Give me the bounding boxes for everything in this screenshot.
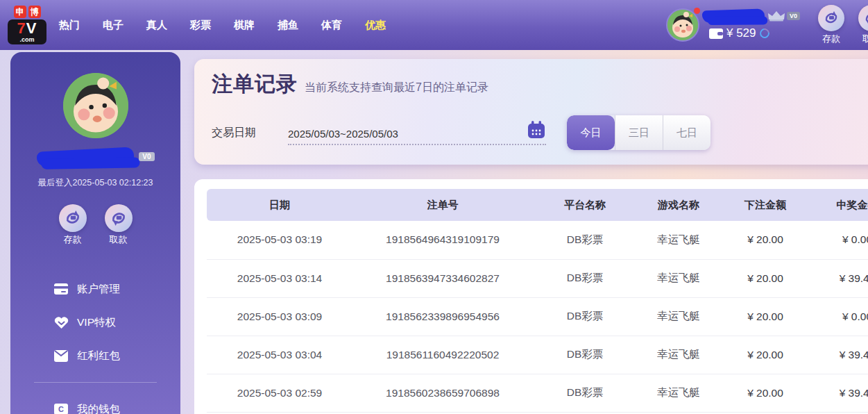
page-subtitle: 当前系统支持查询最近7日的注单记录 [305,81,488,95]
tab-today[interactable]: 今日 [567,115,615,150]
cell-bet-id: 1918562339896954956 [352,297,533,336]
cell-platform: DB彩票 [533,336,637,374]
cell-game: 幸运飞艇 [637,336,720,374]
bank-card-icon [53,281,69,297]
avatar-cartoon [667,10,698,40]
nav-item-3[interactable]: 真人 [146,19,167,32]
nav-item-4[interactable]: 彩票 [190,19,211,32]
deposit-button[interactable]: 存款 [818,5,844,45]
table-body: 2025-05-03 03:191918564964319109179DB彩票幸… [207,221,868,412]
cell-bet-id: 1918563947334602827 [352,259,533,297]
date-range-input[interactable]: 2025/05/03~2025/05/03 [288,120,546,145]
sidebar-deposit-button[interactable]: 存款 [59,204,87,246]
page-header-card: 注单记录 当前系统支持查询最近7日的注单记录 交易日期 2025/05/03~2… [194,59,868,165]
user-cluster: V0 ¥ 529 [666,8,800,42]
avatar[interactable] [666,8,699,42]
wallet-icon [709,28,723,39]
sidebar-item-vip[interactable]: VIP特权 [10,306,180,339]
cell-date: 2025-05-03 03:09 [207,297,352,336]
table-header-row: 日期注单号平台名称游戏名称下注金额中奖金额 [207,189,868,221]
sidebar-avatar-cartoon [63,73,128,138]
sidebar: V0 最后登入2025-05-03 02:12:23 存款 [10,52,180,414]
page-title: 注单记录 [212,70,298,99]
bet-records-card: 日期注单号平台名称游戏名称下注金额中奖金额 2025-05-03 03:1919… [194,179,868,414]
cell-win-amount: ¥ 0.00 [810,297,868,336]
cell-platform: DB彩票 [533,374,637,412]
column-header: 中奖金额 [810,189,868,221]
column-header: 日期 [207,189,352,221]
table-row: 2025-05-03 02:591918560238659706898DB彩票幸… [207,374,868,412]
column-header: 注单号 [352,189,533,221]
site-logo[interactable]: 申 博 7V .com [7,6,47,44]
last-login-text: 最后登入2025-05-03 02:12:23 [10,177,180,189]
cell-game: 幸运飞艇 [637,259,720,297]
cell-bet-id: 1918564964319109179 [352,221,533,259]
logo-v: V [26,19,37,37]
main-nav: 热门电子真人彩票棋牌捕鱼体育优惠 [59,19,386,32]
logo-box: 7V .com [8,19,46,44]
vip-level-badge: V0 [787,12,800,20]
sidebar-avatar [63,73,128,138]
balance-amount: ¥ 529 [726,26,756,40]
date-range-tabs: 今日 三日 七日 [567,115,710,150]
notification-dot [694,8,700,14]
table-row: 2025-05-03 03:091918562339896954956DB彩票幸… [207,297,868,336]
vip-heart-icon [53,315,69,330]
withdraw-transfer-icon [864,10,868,26]
cell-win-amount: ¥ 39.40 [810,374,868,412]
topbar: 申 博 7V .com 热门电子真人彩票棋牌捕鱼体育优惠 [0,0,868,50]
cell-bet-amount: ¥ 20.00 [720,297,810,336]
nav-item-7[interactable]: 体育 [321,19,342,32]
nav-item-5[interactable]: 棋牌 [234,19,255,32]
sidebar-vip-badge: V0 [139,152,154,161]
table-row: 2025-05-03 03:141918563947334602827DB彩票幸… [207,259,868,297]
nav-item-2[interactable]: 电子 [103,19,124,32]
logo-badge-shen: 申 [14,6,26,18]
cell-bet-id: 1918561160492220502 [352,336,533,374]
column-header: 平台名称 [533,189,637,221]
cell-win-amount: ¥ 39.40 [810,259,868,297]
avatar-image [666,8,699,42]
tab-three-days[interactable]: 三日 [615,115,663,150]
sidebar-divider [34,382,157,383]
red-packet-envelope-icon [53,348,69,363]
sidebar-item-wallet[interactable]: C 我的钱包 [10,392,180,414]
nav-item-8[interactable]: 优惠 [365,19,386,32]
my-wallet-icon: C [53,401,69,414]
cell-date: 2025-05-03 02:59 [207,374,352,412]
cell-bet-id: 1918560238659706898 [352,374,533,412]
refresh-balance-icon[interactable] [758,26,771,40]
cell-game: 幸运飞艇 [637,297,720,336]
withdraw-button[interactable]: 取款 [858,5,868,45]
sidebar-username-redacted [36,147,134,167]
cell-win-amount: ¥ 39.40 [810,336,868,374]
cell-game: 幸运飞艇 [637,221,720,259]
sidebar-item-bonus[interactable]: 红利红包 [10,339,180,372]
deposit-transfer-icon [824,10,839,26]
logo-badge-bo: 博 [28,6,41,18]
svg-text:C: C [58,405,64,413]
cell-bet-amount: ¥ 20.00 [720,374,810,412]
sidebar-withdraw-button[interactable]: 取款 [105,204,133,246]
tab-seven-days[interactable]: 七日 [663,115,710,150]
cell-win-amount: ¥ 0.00 [810,221,868,259]
nav-item-1[interactable]: 热门 [59,19,80,32]
cell-date: 2025-05-03 03:04 [207,336,352,374]
table-row: 2025-05-03 03:191918564964319109179DB彩票幸… [207,221,868,259]
cell-bet-amount: ¥ 20.00 [720,221,810,259]
bet-records-table: 日期注单号平台名称游戏名称下注金额中奖金额 2025-05-03 03:1919… [207,189,868,413]
sidebar-menu: 账户管理 VIP特权 红利红包 [10,272,180,414]
cell-bet-amount: ¥ 20.00 [720,336,810,374]
column-header: 游戏名称 [637,189,720,221]
crown-icon [767,10,785,22]
calendar-icon[interactable] [527,120,546,140]
column-header: 下注金额 [720,189,810,221]
nav-item-6[interactable]: 捕鱼 [278,19,298,32]
date-range-value: 2025/05/03~2025/05/03 [288,128,398,140]
cell-platform: DB彩票 [533,221,637,259]
username-redacted [702,8,765,23]
withdraw-transfer-icon [110,210,127,226]
sidebar-item-account[interactable]: 账户管理 [10,272,180,306]
table-row: 2025-05-03 03:041918561160492220502DB彩票幸… [207,336,868,374]
cell-game: 幸运飞艇 [637,374,720,412]
